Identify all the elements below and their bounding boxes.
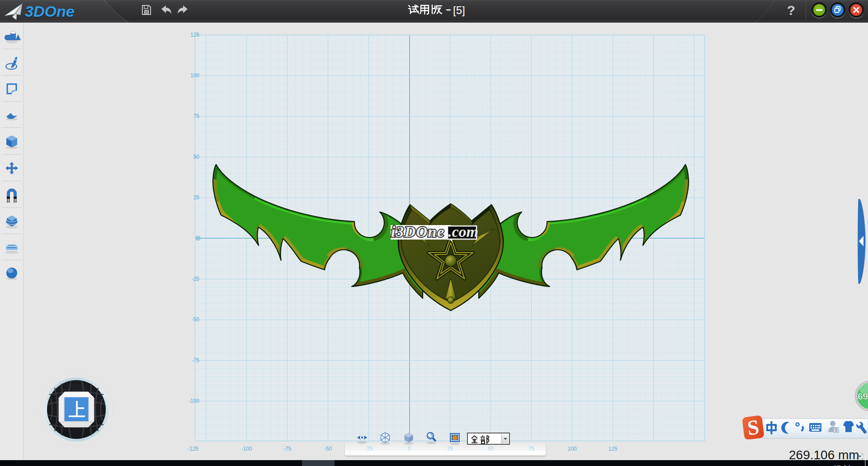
svg-text:.com: .com	[448, 223, 478, 240]
svg-text:i3DOne: i3DOne	[391, 223, 445, 240]
svg-text:5: 5	[835, 428, 838, 433]
svg-text:[5]: [5]	[453, 4, 465, 16]
svg-text:69: 69	[858, 391, 868, 401]
